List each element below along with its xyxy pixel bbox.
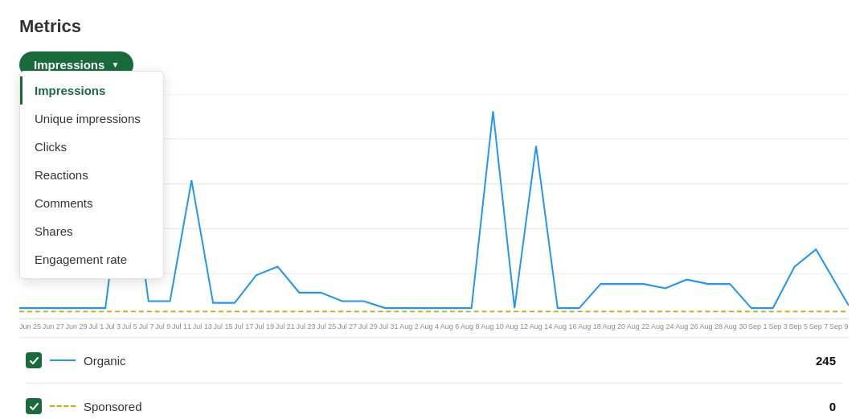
legend-divider-middle (26, 383, 842, 384)
dropdown-label: Impressions (34, 58, 104, 72)
legend-section: Organic 245 Sponsored 0 (19, 352, 849, 414)
dropdown-item-comments[interactable]: Comments (20, 189, 163, 217)
organic-line-legend (50, 359, 76, 361)
organic-value: 245 (816, 354, 842, 368)
page-container: Metrics Impressions ▼ Impressions Unique… (0, 0, 868, 419)
x-axis-labels: Jun 25 Jun 27 Jun 29 Jul 1 Jul 3 Jul 5 J… (19, 319, 849, 331)
dropdown-menu: Impressions Unique impressions Clicks Re… (19, 71, 164, 279)
legend-item-organic[interactable]: Organic 245 (26, 352, 842, 368)
sponsored-label: Sponsored (84, 400, 821, 413)
legend-item-sponsored[interactable]: Sponsored 0 (26, 398, 842, 414)
dropdown-item-reactions[interactable]: Reactions (20, 161, 163, 189)
sponsored-checkbox[interactable] (26, 398, 42, 414)
dropdown-item-shares[interactable]: Shares (20, 217, 163, 245)
dropdown-item-clicks[interactable]: Clicks (20, 133, 163, 161)
dropdown-item-engagement-rate[interactable]: Engagement rate (20, 245, 163, 273)
dropdown-item-impressions[interactable]: Impressions (20, 76, 163, 105)
sponsored-line-legend (50, 405, 76, 407)
sponsored-value: 0 (829, 400, 842, 413)
dropdown-item-unique-impressions[interactable]: Unique impressions (20, 105, 163, 133)
chevron-down-icon: ▼ (111, 60, 119, 69)
organic-label: Organic (84, 354, 808, 368)
organic-checkbox[interactable] (26, 352, 42, 368)
page-title: Metrics (19, 16, 849, 37)
legend-divider-top (19, 337, 849, 338)
